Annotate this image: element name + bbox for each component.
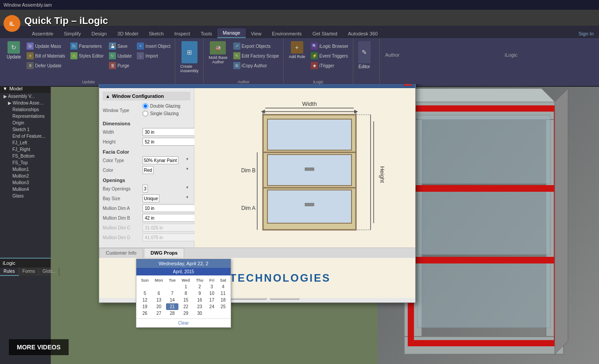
calendar-day-cell[interactable]: 5	[138, 290, 151, 297]
calendar-day-cell[interactable]: 15	[178, 297, 193, 303]
export-objects-button[interactable]: ↗ Export Objects	[232, 42, 281, 50]
sidebar-item-mullion4[interactable]: Mullion4	[0, 186, 50, 193]
update-mass-button[interactable]: ⊞ Update Mass	[25, 42, 67, 50]
import-button[interactable]: ↓ Import	[135, 51, 172, 60]
tab-assemble[interactable]: Assemble	[27, 29, 58, 38]
mullion-dim-a-row: Mullion Dim A	[103, 204, 190, 212]
tab-manage[interactable]: Manage	[217, 28, 246, 38]
calendar-day-cell[interactable]: 29	[178, 310, 193, 317]
update-ribbon-button[interactable]: ↻ Update	[107, 51, 133, 60]
defer-update-button[interactable]: ⏸ Defer Update	[25, 61, 67, 70]
calendar-day-cell[interactable]: 10	[206, 290, 217, 297]
sidebar-item-fs-top[interactable]: FS_Top	[0, 159, 50, 166]
sidebar-item-window-assembly[interactable]: ▶ Window Assembl...	[0, 100, 50, 106]
sidebar-item-fs-bottom[interactable]: FS_Bottom	[0, 153, 50, 159]
tab-signin[interactable]: Sign In	[573, 29, 599, 38]
sidebar-item-origin[interactable]: Origin	[0, 120, 50, 126]
sidebar-item-end-features[interactable]: End of Feature...	[0, 133, 50, 139]
calendar-day-cell[interactable]: 7	[166, 290, 178, 297]
sidebar-item-fj-right[interactable]: FJ_Right	[0, 146, 50, 153]
height-row: Height	[103, 138, 190, 146]
author-label-ribbon: Author	[206, 79, 281, 84]
tab-inspect[interactable]: Inspect	[169, 29, 195, 38]
sidebar-item-mullion3[interactable]: Mullion3	[0, 179, 50, 186]
tab-environments[interactable]: Environments	[267, 29, 307, 38]
calendar-day-cell[interactable]: 23	[193, 303, 206, 310]
sidebar-item-relationships[interactable]: Relationships	[0, 106, 50, 113]
calendar-day-cell[interactable]: 14	[166, 297, 178, 303]
sidebar-item-mullion2[interactable]: Mullion2	[0, 173, 50, 179]
more-videos-button[interactable]: MORE VIDEOS	[9, 339, 69, 355]
calendar-day-cell[interactable]: 11	[217, 290, 229, 297]
event-triggers-button[interactable]: ⚡ Event Triggers	[309, 51, 350, 60]
tab-view[interactable]: View	[246, 29, 267, 38]
ilogic-tab-forms[interactable]: Forms	[19, 267, 39, 276]
tab-get-started[interactable]: Get Started	[307, 29, 343, 38]
purge-button[interactable]: 🗑 Purge	[107, 61, 133, 70]
color-type-select[interactable]: 50% Kynar Paint	[143, 156, 178, 164]
window-config-section[interactable]: ▲ Window Configuration	[103, 92, 190, 101]
parameters-button[interactable]: fx Parameters	[69, 42, 105, 50]
color-select[interactable]: Red	[143, 166, 154, 174]
tab-design[interactable]: Design	[86, 29, 112, 38]
tab-tools[interactable]: Tools	[195, 29, 217, 38]
sidebar-item-sketch1[interactable]: Sketch 1	[0, 126, 50, 133]
calendar-day-cell[interactable]: 2	[193, 283, 206, 290]
calendar-day-cell[interactable]: 17	[206, 297, 217, 303]
bill-of-materials-button[interactable]: ≡ Bill of Materials	[25, 51, 67, 60]
double-glazing-radio[interactable]	[143, 103, 148, 109]
insert-object-button[interactable]: + Insert Object	[135, 42, 172, 50]
tab-dwg-props[interactable]: DWG Props	[144, 248, 184, 258]
window-config-label: Window Configuration	[112, 93, 164, 99]
svg-rect-32	[411, 185, 557, 192]
calendar-day-cell[interactable]: 22	[178, 303, 193, 310]
sidebar-item-assembly[interactable]: ▶ Assembly V...	[0, 93, 50, 100]
bay-size-select[interactable]: Unique	[143, 194, 159, 202]
dialog-close-button[interactable]: ✕	[404, 84, 412, 86]
update-button[interactable]: ↻ Update	[4, 40, 23, 61]
calendar-day-cell[interactable]: 26	[138, 310, 151, 317]
calendar-day-cell[interactable]: 19	[138, 303, 151, 310]
calendar-day-cell[interactable]: 13	[151, 297, 166, 303]
calendar-day-cell[interactable]: 28	[166, 310, 178, 317]
itrigger-button[interactable]: ◆ iTrigger	[309, 61, 350, 70]
ilogic-browser-button[interactable]: 🔍 iLogic Browser	[309, 42, 350, 50]
calendar-day-cell[interactable]: 24	[206, 303, 217, 310]
calendar-clear-button[interactable]: Clear	[136, 318, 231, 327]
calendar-day-cell[interactable]: 9	[193, 290, 206, 297]
calendar-day-cell[interactable]: 6	[151, 290, 166, 297]
sidebar-item-mullion1[interactable]: Mullion1	[0, 166, 50, 173]
calendar-day-cell[interactable]: 20	[151, 303, 166, 310]
editor-button[interactable]: ✎ Editor	[356, 40, 373, 70]
sidebar-item-fj-left[interactable]: FJ_Left	[0, 139, 50, 146]
calendar-day-cell[interactable]: 3	[206, 283, 217, 290]
tab-simplify[interactable]: Simplify	[58, 29, 86, 38]
save-button[interactable]: 💾 Save	[107, 42, 133, 50]
create-iassembly-button[interactable]: ⊞ CreateiAssembly	[178, 40, 201, 74]
single-glazing-radio[interactable]	[143, 111, 148, 116]
sidebar-item-glass[interactable]: Glass	[0, 193, 50, 199]
tab-customer-info[interactable]: Customer Info	[99, 248, 143, 258]
calendar-day-cell[interactable]: 8	[178, 290, 193, 297]
calendar-day-cell[interactable]: 18	[217, 297, 229, 303]
tab-sketch[interactable]: Sketch	[143, 29, 169, 38]
calendar-day-cell[interactable]: 21	[166, 303, 178, 310]
add-rule-button[interactable]: + Add Rule	[286, 40, 307, 60]
styles-editor-button[interactable]: A Styles Editor	[69, 51, 105, 60]
bay-openings-select[interactable]: 3	[143, 185, 148, 193]
ilogic-tab-rules[interactable]: Rules	[0, 267, 19, 276]
edit-factory-scope-button[interactable]: ✎ Edit Factory Scope	[232, 51, 281, 60]
tab-3dmodel[interactable]: 3D Model	[112, 29, 143, 38]
calendar-day-cell[interactable]: 27	[151, 310, 166, 317]
icopy-author-button[interactable]: ⊞ iCopy Author	[232, 61, 281, 70]
tab-autodesk360[interactable]: Autodesk 360	[343, 29, 383, 38]
calendar-day-cell[interactable]: 12	[138, 297, 151, 303]
calendar-day-cell[interactable]: 1	[178, 283, 193, 290]
ilogic-tab-glob[interactable]: Glob...	[39, 267, 59, 276]
mold-base-author-button[interactable]: 🏭 Mold BaseAuthor	[206, 40, 230, 66]
sidebar-item-representations[interactable]: Representations	[0, 113, 50, 120]
calendar-day-cell[interactable]: 25	[217, 303, 229, 310]
calendar-day-cell[interactable]: 30	[193, 310, 206, 317]
calendar-day-cell[interactable]: 16	[193, 297, 206, 303]
calendar-day-cell[interactable]: 4	[217, 283, 229, 290]
